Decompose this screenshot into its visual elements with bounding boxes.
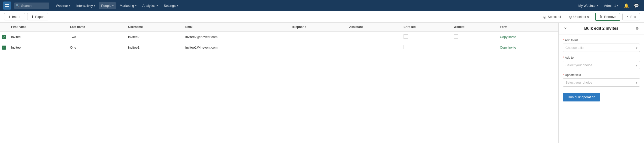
table-area: First name Last name Username Email Tele… [0, 23, 558, 143]
header-last-name: Last name [67, 23, 125, 31]
bulk-panel-title: Bulk edit 2 invites [568, 26, 634, 31]
chevron-down-icon: ▾ [597, 4, 598, 7]
cell-form[interactable]: Copy invite [497, 31, 558, 42]
header-enrolled: Enrolled [401, 23, 451, 31]
nav-item-settings[interactable]: Settings ▾ [161, 2, 181, 9]
add-to-list-select-wrap: Choose a list [563, 44, 640, 52]
update-field-group: * Update field Select your choice [563, 73, 640, 87]
chevron-down-icon: ▾ [69, 4, 70, 7]
chevron-down-icon: ▾ [177, 4, 178, 7]
cell-enrolled[interactable] [401, 31, 451, 42]
my-webinar-menu[interactable]: My Webinar ▾ [576, 2, 600, 9]
end-button[interactable]: ✓ End [622, 13, 640, 20]
copy-invite-link[interactable]: Copy invite [500, 46, 516, 49]
nav-item-people[interactable]: People ▾ [99, 2, 116, 9]
search-input[interactable] [14, 3, 49, 9]
required-marker: * [563, 39, 564, 42]
cell-enrolled[interactable] [401, 42, 451, 53]
chevron-down-icon: ▾ [617, 4, 618, 7]
select-all-icon: ◎ [543, 15, 546, 19]
cell-waitlist[interactable] [451, 42, 497, 53]
cell-telephone [288, 42, 346, 53]
add-to-field: * Add to Select your choice [563, 56, 640, 69]
cell-assistant [346, 42, 401, 53]
header-checkbox-cell [0, 23, 8, 31]
main-content: First name Last name Username Email Tele… [0, 23, 644, 143]
cell-last-name: Two [67, 31, 125, 42]
cell-waitlist[interactable] [451, 31, 497, 42]
table-row: InviteeOneinvitee1invitee1@inevent.comCo… [0, 42, 558, 53]
waitlist-checkbox[interactable] [454, 45, 458, 49]
add-to-list-label: * Add to list [563, 39, 640, 42]
toolbar: ⬆ Import ⬇ Export ◎ Select all ◎ Unselec… [0, 11, 644, 23]
copy-invite-link[interactable]: Copy invite [500, 35, 516, 39]
chevron-down-icon: ▾ [94, 4, 95, 7]
header-waitlist: Waitlist [451, 23, 497, 31]
header-email: Email [182, 23, 288, 31]
unselect-all-icon: ◎ [569, 15, 572, 19]
update-field-select[interactable]: Select your choice [563, 78, 640, 87]
chevron-down-icon: ▾ [135, 4, 136, 7]
row-checkbox-cell[interactable] [0, 42, 8, 53]
export-button[interactable]: ⬇ Export [27, 13, 49, 20]
invitees-table: First name Last name Username Email Tele… [0, 23, 558, 53]
add-to-select-wrap: Select your choice [563, 61, 640, 69]
close-button[interactable]: × [563, 26, 568, 31]
checkmark-icon: ✓ [626, 15, 629, 19]
nav-right-section: My Webinar ▾ Admin 1 ▾ 🔔 💬 [576, 2, 641, 10]
cell-form[interactable]: Copy invite [497, 42, 558, 53]
table-header-row: First name Last name Username Email Tele… [0, 23, 558, 31]
add-to-select[interactable]: Select your choice [563, 61, 640, 69]
cell-last-name: One [67, 42, 125, 53]
cell-first-name: Invitee [8, 42, 67, 53]
settings-gear-icon[interactable]: ⚙ [634, 26, 640, 31]
table-row: InviteeTwoinvitee2invitee2@inevent.comCo… [0, 31, 558, 42]
nav-item-marketing[interactable]: Marketing ▾ [117, 2, 139, 9]
row-checkbox-cell[interactable] [0, 31, 8, 42]
bulk-panel-header: × Bulk edit 2 invites ⚙ [559, 23, 644, 34]
header-first-name: First name [8, 23, 67, 31]
select-all-button[interactable]: ◎ Select all [540, 13, 564, 20]
cell-username: invitee2 [125, 31, 182, 42]
add-to-list-select[interactable]: Choose a list [563, 44, 640, 52]
row-checkbox[interactable] [2, 46, 6, 50]
toolbar-right: ◎ Select all ◎ Unselect all 🗑 Remove ✓ E… [540, 13, 640, 21]
export-icon: ⬇ [31, 15, 34, 19]
top-navigation: Webinar ▾ Interactivity ▾ People ▾ Marke… [0, 0, 644, 11]
header-telephone: Telephone [288, 23, 346, 31]
header-form: Form [497, 23, 558, 31]
cell-first-name: Invitee [8, 31, 67, 42]
add-to-label: * Add to [563, 56, 640, 59]
header-username: Username [125, 23, 182, 31]
admin-menu[interactable]: Admin 1 ▾ [601, 2, 621, 9]
nav-item-webinar[interactable]: Webinar ▾ [53, 2, 73, 9]
svg-rect-2 [5, 6, 7, 7]
enrolled-checkbox[interactable] [404, 34, 408, 39]
import-icon: ⬆ [8, 15, 11, 19]
nav-item-interactivity[interactable]: Interactivity ▾ [74, 2, 98, 9]
nav-item-analytics[interactable]: Analytics ▾ [140, 2, 160, 9]
chevron-down-icon: ▾ [112, 4, 114, 7]
required-marker: * [563, 73, 564, 77]
add-to-list-field: * Add to list Choose a list [563, 39, 640, 52]
help-icon[interactable]: 💬 [632, 2, 641, 10]
app-logo[interactable] [3, 2, 11, 10]
cell-assistant [346, 31, 401, 42]
notification-bell-icon[interactable]: 🔔 [622, 2, 631, 10]
waitlist-checkbox[interactable] [454, 34, 458, 39]
row-checkbox[interactable] [2, 35, 6, 39]
svg-rect-3 [7, 6, 9, 7]
bulk-panel-body: * Add to list Choose a list * Add to Sel… [559, 34, 644, 143]
import-button[interactable]: ⬆ Import [4, 13, 25, 20]
search-wrap[interactable] [14, 3, 49, 9]
enrolled-checkbox[interactable] [404, 45, 408, 49]
run-bulk-operation-button[interactable]: Run bulk operation [563, 93, 600, 101]
cell-email: invitee2@inevent.com [182, 31, 288, 42]
remove-button[interactable]: 🗑 Remove [595, 13, 620, 21]
required-marker: * [563, 56, 564, 59]
unselect-all-button[interactable]: ◎ Unselect all [566, 13, 593, 20]
bulk-edit-panel: × Bulk edit 2 invites ⚙ * Add to list Ch… [558, 23, 644, 143]
svg-rect-1 [7, 4, 9, 5]
trash-icon: 🗑 [599, 15, 602, 19]
cell-email: invitee1@inevent.com [182, 42, 288, 53]
